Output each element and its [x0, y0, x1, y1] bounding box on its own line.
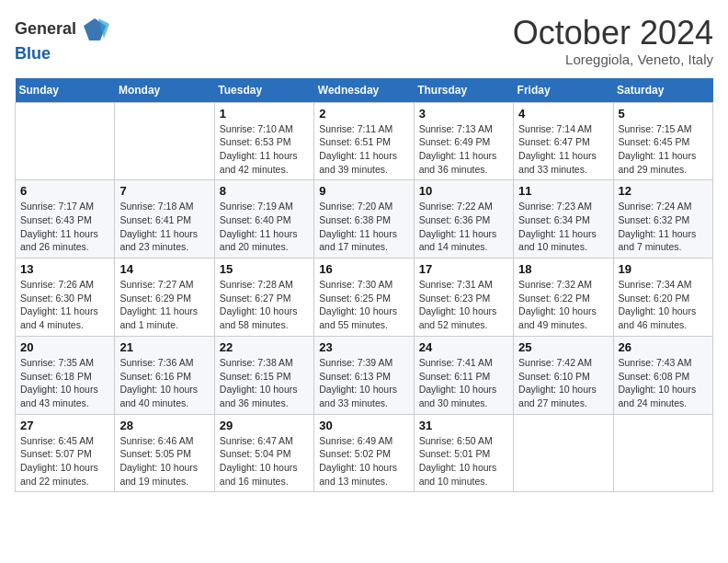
- weekday-header-tuesday: Tuesday: [214, 78, 313, 103]
- day-cell: 6Sunrise: 7:17 AM Sunset: 6:43 PM Daylig…: [16, 180, 115, 259]
- day-info: Sunrise: 7:27 AM Sunset: 6:29 PM Dayligh…: [119, 278, 209, 332]
- day-number: 13: [20, 262, 109, 276]
- day-info: Sunrise: 7:31 AM Sunset: 6:23 PM Dayligh…: [419, 278, 508, 332]
- day-number: 1: [220, 107, 309, 121]
- month-title: October 2024: [513, 15, 713, 52]
- day-cell: 18Sunrise: 7:32 AM Sunset: 6:22 PM Dayli…: [514, 259, 613, 337]
- day-info: Sunrise: 7:14 AM Sunset: 6:47 PM Dayligh…: [518, 122, 608, 177]
- day-number: 31: [419, 419, 508, 432]
- day-number: 6: [20, 184, 109, 198]
- day-number: 10: [419, 184, 508, 198]
- weekday-header-monday: Monday: [115, 78, 214, 103]
- day-cell: 3Sunrise: 7:13 AM Sunset: 6:49 PM Daylig…: [414, 102, 513, 180]
- location-text: Loreggiola, Veneto, Italy: [513, 52, 713, 67]
- day-number: 25: [518, 340, 608, 354]
- day-cell: [115, 102, 214, 180]
- day-number: 12: [619, 184, 708, 198]
- day-cell: 12Sunrise: 7:24 AM Sunset: 6:32 PM Dayli…: [613, 180, 712, 259]
- day-cell: 14Sunrise: 7:27 AM Sunset: 6:29 PM Dayli…: [115, 259, 214, 337]
- week-row-2: 6Sunrise: 7:17 AM Sunset: 6:43 PM Daylig…: [16, 180, 713, 259]
- day-cell: 19Sunrise: 7:34 AM Sunset: 6:20 PM Dayli…: [613, 259, 712, 337]
- day-info: Sunrise: 7:35 AM Sunset: 6:18 PM Dayligh…: [20, 356, 109, 410]
- day-cell: 17Sunrise: 7:31 AM Sunset: 6:23 PM Dayli…: [414, 259, 513, 337]
- day-info: Sunrise: 7:30 AM Sunset: 6:25 PM Dayligh…: [319, 278, 408, 332]
- day-cell: 22Sunrise: 7:38 AM Sunset: 6:15 PM Dayli…: [214, 336, 313, 414]
- logo-general-text: General: [15, 19, 76, 40]
- day-info: Sunrise: 7:32 AM Sunset: 6:22 PM Dayligh…: [518, 278, 608, 332]
- day-cell: 10Sunrise: 7:22 AM Sunset: 6:36 PM Dayli…: [414, 180, 513, 259]
- day-info: Sunrise: 7:10 AM Sunset: 6:53 PM Dayligh…: [220, 122, 309, 177]
- day-info: Sunrise: 7:43 AM Sunset: 6:08 PM Dayligh…: [619, 356, 708, 410]
- day-cell: 11Sunrise: 7:23 AM Sunset: 6:34 PM Dayli…: [514, 180, 613, 259]
- calendar-table: SundayMondayTuesdayWednesdayThursdayFrid…: [15, 78, 713, 493]
- day-cell: 23Sunrise: 7:39 AM Sunset: 6:13 PM Dayli…: [314, 336, 414, 414]
- day-number: 18: [518, 262, 608, 276]
- weekday-header-wednesday: Wednesday: [314, 78, 414, 103]
- day-cell: [16, 102, 115, 180]
- day-info: Sunrise: 7:18 AM Sunset: 6:41 PM Dayligh…: [119, 200, 209, 254]
- day-cell: 28Sunrise: 6:46 AM Sunset: 5:05 PM Dayli…: [115, 414, 214, 492]
- day-number: 21: [119, 340, 209, 354]
- day-cell: [514, 414, 613, 492]
- day-cell: 20Sunrise: 7:35 AM Sunset: 6:18 PM Dayli…: [16, 336, 115, 414]
- day-info: Sunrise: 7:38 AM Sunset: 6:15 PM Dayligh…: [220, 356, 309, 410]
- logo: General Blue: [15, 15, 109, 64]
- day-cell: 13Sunrise: 7:26 AM Sunset: 6:30 PM Dayli…: [16, 259, 115, 337]
- week-row-1: 1Sunrise: 7:10 AM Sunset: 6:53 PM Daylig…: [16, 102, 713, 180]
- day-info: Sunrise: 7:34 AM Sunset: 6:20 PM Dayligh…: [619, 278, 708, 332]
- day-cell: 15Sunrise: 7:28 AM Sunset: 6:27 PM Dayli…: [214, 259, 313, 337]
- page-header: General Blue October 2024 Loreggiola, Ve…: [15, 15, 713, 67]
- day-info: Sunrise: 7:22 AM Sunset: 6:36 PM Dayligh…: [419, 200, 508, 254]
- day-number: 7: [119, 184, 209, 198]
- day-cell: 8Sunrise: 7:19 AM Sunset: 6:40 PM Daylig…: [214, 180, 313, 259]
- day-info: Sunrise: 6:47 AM Sunset: 5:04 PM Dayligh…: [220, 434, 309, 488]
- day-info: Sunrise: 7:23 AM Sunset: 6:34 PM Dayligh…: [518, 200, 608, 254]
- day-number: 15: [220, 262, 309, 276]
- weekday-header-saturday: Saturday: [613, 78, 712, 103]
- day-number: 28: [119, 419, 209, 432]
- weekday-header-friday: Friday: [514, 78, 613, 103]
- day-number: 8: [220, 184, 309, 198]
- day-number: 26: [619, 340, 708, 354]
- day-cell: 9Sunrise: 7:20 AM Sunset: 6:38 PM Daylig…: [314, 180, 414, 259]
- day-cell: 30Sunrise: 6:49 AM Sunset: 5:02 PM Dayli…: [314, 414, 414, 492]
- day-info: Sunrise: 7:15 AM Sunset: 6:45 PM Dayligh…: [619, 122, 708, 177]
- day-info: Sunrise: 7:13 AM Sunset: 6:49 PM Dayligh…: [419, 122, 508, 177]
- day-number: 14: [119, 262, 209, 276]
- day-cell: 29Sunrise: 6:47 AM Sunset: 5:04 PM Dayli…: [214, 414, 313, 492]
- day-info: Sunrise: 7:20 AM Sunset: 6:38 PM Dayligh…: [319, 200, 408, 254]
- week-row-3: 13Sunrise: 7:26 AM Sunset: 6:30 PM Dayli…: [16, 259, 713, 337]
- day-number: 2: [319, 107, 408, 121]
- day-cell: 25Sunrise: 7:42 AM Sunset: 6:10 PM Dayli…: [514, 336, 613, 414]
- title-block: October 2024 Loreggiola, Veneto, Italy: [513, 15, 713, 67]
- day-number: 17: [419, 262, 508, 276]
- weekday-header-thursday: Thursday: [414, 78, 513, 103]
- day-number: 19: [619, 262, 708, 276]
- day-cell: 2Sunrise: 7:11 AM Sunset: 6:51 PM Daylig…: [314, 102, 414, 180]
- day-cell: 26Sunrise: 7:43 AM Sunset: 6:08 PM Dayli…: [613, 336, 712, 414]
- day-cell: 24Sunrise: 7:41 AM Sunset: 6:11 PM Dayli…: [414, 336, 513, 414]
- day-cell: 21Sunrise: 7:36 AM Sunset: 6:16 PM Dayli…: [115, 336, 214, 414]
- day-info: Sunrise: 7:24 AM Sunset: 6:32 PM Dayligh…: [619, 200, 708, 254]
- day-number: 27: [20, 419, 109, 432]
- day-number: 3: [419, 107, 508, 121]
- day-cell: 27Sunrise: 6:45 AM Sunset: 5:07 PM Dayli…: [16, 414, 115, 492]
- weekday-header-row: SundayMondayTuesdayWednesdayThursdayFrid…: [16, 78, 713, 103]
- logo-icon: [80, 15, 109, 44]
- day-cell: 5Sunrise: 7:15 AM Sunset: 6:45 PM Daylig…: [613, 102, 712, 180]
- day-info: Sunrise: 7:41 AM Sunset: 6:11 PM Dayligh…: [419, 356, 508, 410]
- day-number: 16: [319, 262, 408, 276]
- day-number: 29: [220, 419, 309, 432]
- week-row-4: 20Sunrise: 7:35 AM Sunset: 6:18 PM Dayli…: [16, 336, 713, 414]
- day-number: 5: [619, 107, 708, 121]
- day-cell: 4Sunrise: 7:14 AM Sunset: 6:47 PM Daylig…: [514, 102, 613, 180]
- day-cell: 31Sunrise: 6:50 AM Sunset: 5:01 PM Dayli…: [414, 414, 513, 492]
- day-info: Sunrise: 7:42 AM Sunset: 6:10 PM Dayligh…: [518, 356, 608, 410]
- day-cell: 1Sunrise: 7:10 AM Sunset: 6:53 PM Daylig…: [214, 102, 313, 180]
- day-number: 9: [319, 184, 408, 198]
- day-number: 20: [20, 340, 109, 354]
- day-info: Sunrise: 7:39 AM Sunset: 6:13 PM Dayligh…: [319, 356, 408, 410]
- day-info: Sunrise: 6:46 AM Sunset: 5:05 PM Dayligh…: [119, 434, 209, 488]
- day-number: 4: [518, 107, 608, 121]
- weekday-header-sunday: Sunday: [16, 78, 115, 103]
